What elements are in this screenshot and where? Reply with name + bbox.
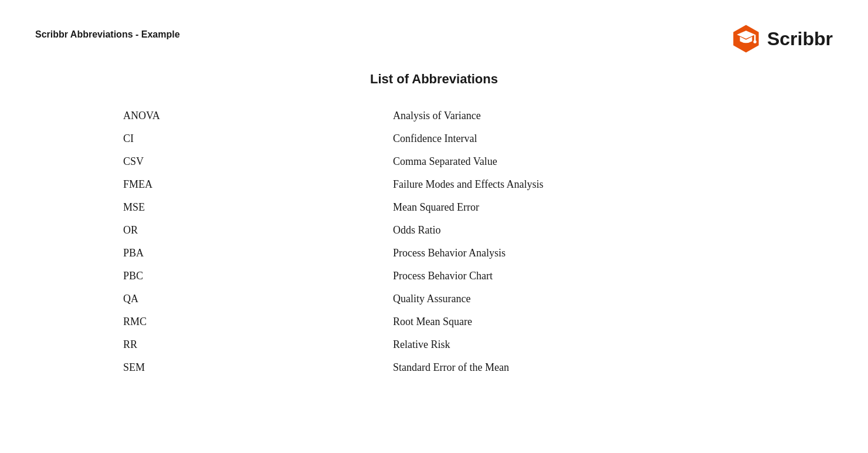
table-row: OROdds Ratio [111,219,757,242]
abbreviation-definition: Root Mean Square [393,313,674,331]
table-row: QAQuality Assurance [111,288,757,310]
main-content: List of Abbreviations ANOVAAnalysis of V… [35,72,833,379]
abbreviations-table: ANOVAAnalysis of VarianceCIConfidence In… [111,104,757,379]
scribbr-logo-icon [731,23,761,54]
abbreviation-code: PBC [111,267,393,285]
abbreviation-code: CSV [111,153,393,171]
abbreviation-code: RR [111,336,393,354]
abbreviation-definition: Relative Risk [393,336,674,354]
header: Scribbr Abbreviations - Example Scribbr [35,23,833,54]
abbreviation-definition: Comma Separated Value [393,153,674,171]
abbreviation-definition: Confidence Interval [393,130,674,148]
table-row: RMCRoot Mean Square [111,310,757,333]
page-container: Scribbr Abbreviations - Example Scribbr … [0,0,868,453]
scribbr-logo-text: Scribbr [767,28,833,50]
abbreviation-code: FMEA [111,175,393,194]
table-row: SEMStandard Error of the Mean [111,356,757,379]
abbreviation-definition: Failure Modes and Effects Analysis [393,175,674,194]
abbreviation-definition: Odds Ratio [393,221,674,239]
table-row: RRRelative Risk [111,333,757,356]
logo-area: Scribbr [731,23,833,54]
table-row: CSVComma Separated Value [111,150,757,173]
section-title: List of Abbreviations [370,72,498,87]
table-row: MSEMean Squared Error [111,196,757,219]
svg-rect-2 [754,35,756,40]
doc-title: Scribbr Abbreviations - Example [35,29,180,40]
abbreviation-code: OR [111,221,393,239]
abbreviation-code: CI [111,130,393,148]
table-row: CIConfidence Interval [111,127,757,150]
table-row: PBCProcess Behavior Chart [111,265,757,288]
abbreviation-definition: Quality Assurance [393,290,674,308]
abbreviation-definition: Process Behavior Chart [393,267,674,285]
abbreviation-definition: Analysis of Variance [393,107,674,125]
svg-point-3 [754,40,757,43]
abbreviation-definition: Mean Squared Error [393,198,674,217]
abbreviation-code: QA [111,290,393,308]
abbreviation-code: SEM [111,359,393,377]
table-row: FMEAFailure Modes and Effects Analysis [111,173,757,196]
table-row: ANOVAAnalysis of Variance [111,104,757,127]
abbreviation-code: ANOVA [111,107,393,125]
abbreviation-code: PBA [111,244,393,262]
abbreviation-definition: Process Behavior Analysis [393,244,674,262]
abbreviation-code: RMC [111,313,393,331]
abbreviation-definition: Standard Error of the Mean [393,359,674,377]
abbreviation-code: MSE [111,198,393,217]
table-row: PBAProcess Behavior Analysis [111,242,757,265]
